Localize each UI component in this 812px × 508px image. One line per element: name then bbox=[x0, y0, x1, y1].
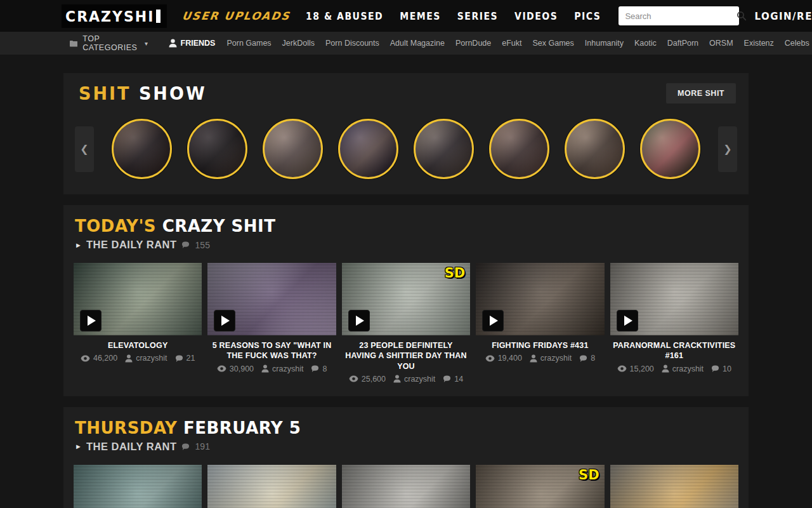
video-thumbnail[interactable] bbox=[476, 263, 604, 335]
partner-link[interactable]: Kaotic bbox=[634, 39, 657, 48]
comment-count: 10 bbox=[711, 364, 731, 373]
login-register-link[interactable]: LOGIN/REGISTER bbox=[754, 10, 812, 22]
shit-show-title-rest: SHOW bbox=[139, 83, 207, 104]
main-nav-item[interactable]: VIDEOS bbox=[514, 10, 558, 22]
daily-rant-link[interactable]: THE DAILY RANT bbox=[86, 441, 177, 453]
secondary-navigation-bar: TOP CATEGORIES ▾ FRIENDS Porn Games Jerk… bbox=[0, 32, 812, 55]
view-count: 25,600 bbox=[349, 375, 386, 384]
carousel-right-arrow[interactable]: ❯ bbox=[718, 126, 737, 172]
comment-bubble-icon bbox=[711, 364, 719, 373]
video-thumbnail[interactable] bbox=[74, 465, 202, 508]
video-card[interactable]: SD 23 PEOPLE DEFINITELY HAVING A SHITTIE… bbox=[342, 263, 470, 384]
video-card[interactable] bbox=[342, 465, 470, 508]
partner-links: Porn Games JerkDolls Porn Discounts Adul… bbox=[226, 39, 812, 48]
video-title[interactable]: FIGHTING FRIDAYS #431 bbox=[478, 340, 601, 351]
video-title[interactable]: PARANORMAL CRACKTIVITIES #161 bbox=[613, 340, 736, 361]
search-icon[interactable] bbox=[737, 11, 747, 21]
video-stats: 30,900 crazyshit bbox=[210, 364, 333, 373]
play-button[interactable] bbox=[80, 310, 102, 331]
chevron-left-icon: ❮ bbox=[80, 143, 88, 155]
view-count: 19,400 bbox=[485, 354, 522, 363]
user-icon bbox=[169, 39, 177, 48]
video-title[interactable]: 23 PEOPLE DEFINITELY HAVING A SHITTIER D… bbox=[344, 340, 468, 371]
top-categories-dropdown[interactable]: TOP CATEGORIES ▾ bbox=[70, 34, 148, 52]
comment-bubble-icon bbox=[311, 364, 319, 373]
main-nav-item[interactable]: 18 & ABUSED bbox=[306, 10, 383, 22]
video-card[interactable]: PARANORMAL CRACKTIVITIES #161 15,200 bbox=[610, 263, 738, 384]
video-thumbnail[interactable] bbox=[610, 465, 738, 508]
video-thumbnail[interactable] bbox=[207, 263, 336, 335]
story-thumbnail[interactable] bbox=[489, 119, 549, 179]
more-shit-button[interactable]: MORE SHIT bbox=[666, 83, 736, 104]
partner-link[interactable]: Porn Discounts bbox=[325, 39, 379, 48]
partner-link[interactable]: Celebs bbox=[785, 39, 809, 48]
partner-link[interactable]: Porn Games bbox=[226, 39, 271, 48]
site-logo-block bbox=[156, 10, 160, 23]
eye-icon bbox=[81, 355, 90, 362]
comment-count: 14 bbox=[443, 375, 463, 384]
play-icon bbox=[356, 316, 364, 326]
video-thumbnail[interactable]: SD bbox=[476, 465, 604, 508]
daily-rant-link[interactable]: THE DAILY RANT bbox=[86, 239, 177, 251]
play-button[interactable] bbox=[482, 310, 504, 331]
video-thumbnail[interactable] bbox=[610, 263, 738, 335]
uploader[interactable]: crazyshit bbox=[530, 354, 572, 363]
top-categories-label: TOP CATEGORIES bbox=[82, 34, 140, 52]
main-nav-item[interactable]: SERIES bbox=[457, 10, 498, 22]
search-input[interactable] bbox=[625, 11, 737, 21]
main-nav-item[interactable]: PICS bbox=[574, 10, 601, 22]
video-thumbnail[interactable] bbox=[74, 263, 202, 335]
video-card[interactable]: FIGHTING FRIDAYS #431 19,400 bbox=[476, 263, 604, 384]
video-card[interactable]: 5 REASONS TO SAY "WHAT IN THE FUCK WAS T… bbox=[207, 263, 336, 384]
video-card[interactable] bbox=[207, 465, 336, 508]
friends-link[interactable]: FRIENDS bbox=[169, 39, 216, 48]
partner-link[interactable]: DaftPorn bbox=[667, 39, 698, 48]
story-thumbnail[interactable] bbox=[112, 119, 172, 179]
story-thumbnail[interactable] bbox=[263, 119, 323, 179]
chevron-down-icon: ▾ bbox=[145, 40, 148, 47]
play-button[interactable] bbox=[214, 310, 235, 331]
site-logo[interactable]: CRAZYSHI bbox=[62, 4, 167, 28]
video-card[interactable] bbox=[610, 465, 738, 508]
partner-link[interactable]: Inhumanity bbox=[585, 39, 624, 48]
shit-show-title: SHIT SHOW bbox=[79, 83, 207, 104]
play-button[interactable] bbox=[617, 310, 638, 331]
partner-link[interactable]: Sex Games bbox=[533, 39, 574, 48]
video-card[interactable] bbox=[74, 465, 202, 508]
partner-link[interactable]: JerkDolls bbox=[282, 39, 315, 48]
partner-link[interactable]: ORSM bbox=[709, 39, 733, 48]
story-thumbnail[interactable] bbox=[565, 119, 625, 179]
view-count: 30,900 bbox=[217, 364, 254, 373]
story-thumbnail[interactable] bbox=[187, 119, 247, 179]
main-nav-item[interactable]: MEMES bbox=[400, 10, 441, 22]
play-icon bbox=[624, 316, 632, 326]
partner-link[interactable]: Adult Magazine bbox=[390, 39, 445, 48]
rant-comment-count: 155 bbox=[195, 240, 210, 250]
video-thumbnail[interactable] bbox=[207, 465, 336, 508]
section-heading-accent: THURSDAY bbox=[75, 418, 177, 438]
uploader[interactable]: crazyshit bbox=[662, 364, 704, 373]
partner-link[interactable]: eFukt bbox=[502, 39, 521, 48]
story-thumbnail[interactable] bbox=[338, 119, 398, 179]
video-thumbnail[interactable]: SD bbox=[342, 263, 470, 335]
comment-count: 8 bbox=[311, 364, 327, 373]
video-stats: 15,200 crazyshit bbox=[613, 364, 736, 373]
video-card[interactable]: ELEVATOLOGY 46,200 bbox=[74, 263, 202, 384]
partner-link[interactable]: Existenz bbox=[744, 39, 774, 48]
comment-bubble-icon bbox=[579, 354, 587, 363]
video-card[interactable]: SD bbox=[476, 465, 604, 508]
partner-link[interactable]: PornDude bbox=[455, 39, 491, 48]
user-icon bbox=[393, 375, 401, 383]
uploader[interactable]: crazyshit bbox=[125, 354, 167, 363]
carousel-left-arrow[interactable]: ❮ bbox=[75, 126, 94, 172]
play-button[interactable] bbox=[348, 310, 370, 331]
video-title[interactable]: 5 REASONS TO SAY "WHAT IN THE FUCK WAS T… bbox=[210, 340, 333, 361]
video-thumbnail[interactable] bbox=[342, 465, 470, 508]
story-thumbnail[interactable] bbox=[414, 119, 474, 179]
video-title[interactable]: ELEVATOLOGY bbox=[76, 340, 199, 351]
story-thumbnail[interactable] bbox=[640, 119, 700, 179]
section-heading-accent: TODAY'S bbox=[75, 217, 156, 236]
play-icon bbox=[221, 316, 230, 326]
uploader[interactable]: crazyshit bbox=[261, 364, 303, 373]
uploader[interactable]: crazyshit bbox=[393, 375, 435, 384]
